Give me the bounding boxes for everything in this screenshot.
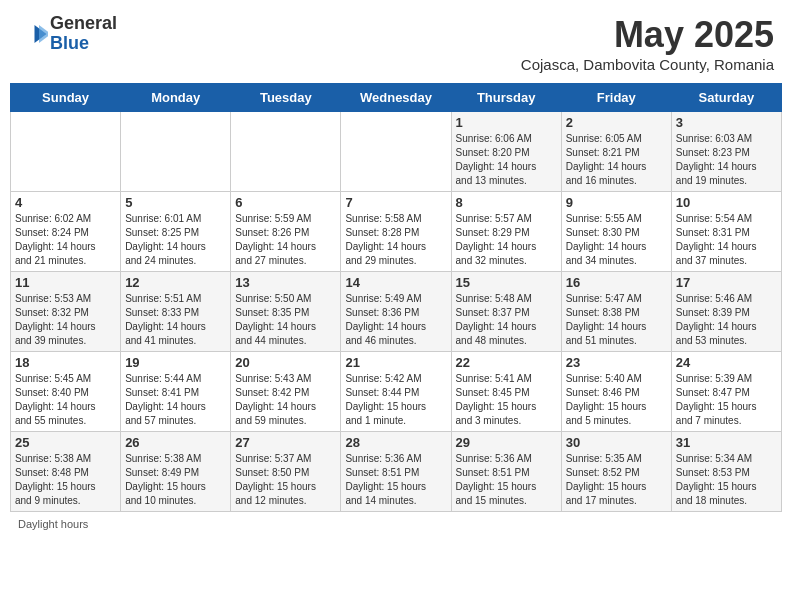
calendar-cell: 14Sunrise: 5:49 AM Sunset: 8:36 PM Dayli… — [341, 272, 451, 352]
calendar-week-row: 18Sunrise: 5:45 AM Sunset: 8:40 PM Dayli… — [11, 352, 782, 432]
location-subtitle: Cojasca, Dambovita County, Romania — [521, 56, 774, 73]
calendar-cell: 13Sunrise: 5:50 AM Sunset: 8:35 PM Dayli… — [231, 272, 341, 352]
calendar-cell: 15Sunrise: 5:48 AM Sunset: 8:37 PM Dayli… — [451, 272, 561, 352]
day-number: 12 — [125, 275, 226, 290]
day-info: Sunrise: 6:02 AM Sunset: 8:24 PM Dayligh… — [15, 212, 116, 268]
day-info: Sunrise: 5:58 AM Sunset: 8:28 PM Dayligh… — [345, 212, 446, 268]
day-info: Sunrise: 5:47 AM Sunset: 8:38 PM Dayligh… — [566, 292, 667, 348]
day-number: 5 — [125, 195, 226, 210]
month-year-title: May 2025 — [521, 14, 774, 56]
day-info: Sunrise: 5:53 AM Sunset: 8:32 PM Dayligh… — [15, 292, 116, 348]
calendar-week-row: 11Sunrise: 5:53 AM Sunset: 8:32 PM Dayli… — [11, 272, 782, 352]
calendar-cell: 5Sunrise: 6:01 AM Sunset: 8:25 PM Daylig… — [121, 192, 231, 272]
day-number: 11 — [15, 275, 116, 290]
day-info: Sunrise: 5:44 AM Sunset: 8:41 PM Dayligh… — [125, 372, 226, 428]
day-info: Sunrise: 5:36 AM Sunset: 8:51 PM Dayligh… — [456, 452, 557, 508]
day-info: Sunrise: 5:34 AM Sunset: 8:53 PM Dayligh… — [676, 452, 777, 508]
day-number: 7 — [345, 195, 446, 210]
day-info: Sunrise: 5:36 AM Sunset: 8:51 PM Dayligh… — [345, 452, 446, 508]
col-header-tuesday: Tuesday — [231, 84, 341, 112]
day-info: Sunrise: 5:59 AM Sunset: 8:26 PM Dayligh… — [235, 212, 336, 268]
col-header-sunday: Sunday — [11, 84, 121, 112]
day-number: 9 — [566, 195, 667, 210]
day-number: 26 — [125, 435, 226, 450]
day-number: 19 — [125, 355, 226, 370]
calendar-cell: 31Sunrise: 5:34 AM Sunset: 8:53 PM Dayli… — [671, 432, 781, 512]
day-number: 16 — [566, 275, 667, 290]
day-number: 10 — [676, 195, 777, 210]
day-info: Sunrise: 5:50 AM Sunset: 8:35 PM Dayligh… — [235, 292, 336, 348]
calendar-cell: 23Sunrise: 5:40 AM Sunset: 8:46 PM Dayli… — [561, 352, 671, 432]
day-info: Sunrise: 5:46 AM Sunset: 8:39 PM Dayligh… — [676, 292, 777, 348]
day-info: Sunrise: 5:48 AM Sunset: 8:37 PM Dayligh… — [456, 292, 557, 348]
day-info: Sunrise: 5:54 AM Sunset: 8:31 PM Dayligh… — [676, 212, 777, 268]
day-number: 2 — [566, 115, 667, 130]
day-info: Sunrise: 6:05 AM Sunset: 8:21 PM Dayligh… — [566, 132, 667, 188]
calendar-cell: 24Sunrise: 5:39 AM Sunset: 8:47 PM Dayli… — [671, 352, 781, 432]
logo: General Blue — [18, 14, 117, 54]
calendar-cell — [121, 112, 231, 192]
day-info: Sunrise: 5:42 AM Sunset: 8:44 PM Dayligh… — [345, 372, 446, 428]
day-info: Sunrise: 5:55 AM Sunset: 8:30 PM Dayligh… — [566, 212, 667, 268]
calendar-cell: 25Sunrise: 5:38 AM Sunset: 8:48 PM Dayli… — [11, 432, 121, 512]
day-number: 20 — [235, 355, 336, 370]
day-number: 4 — [15, 195, 116, 210]
day-number: 25 — [15, 435, 116, 450]
day-number: 1 — [456, 115, 557, 130]
calendar-cell: 11Sunrise: 5:53 AM Sunset: 8:32 PM Dayli… — [11, 272, 121, 352]
calendar-cell: 26Sunrise: 5:38 AM Sunset: 8:49 PM Dayli… — [121, 432, 231, 512]
col-header-saturday: Saturday — [671, 84, 781, 112]
day-info: Sunrise: 5:41 AM Sunset: 8:45 PM Dayligh… — [456, 372, 557, 428]
day-info: Sunrise: 5:39 AM Sunset: 8:47 PM Dayligh… — [676, 372, 777, 428]
day-number: 17 — [676, 275, 777, 290]
day-info: Sunrise: 5:37 AM Sunset: 8:50 PM Dayligh… — [235, 452, 336, 508]
daylight-hours-label: Daylight hours — [18, 518, 88, 530]
calendar-cell: 8Sunrise: 5:57 AM Sunset: 8:29 PM Daylig… — [451, 192, 561, 272]
day-info: Sunrise: 5:43 AM Sunset: 8:42 PM Dayligh… — [235, 372, 336, 428]
day-number: 3 — [676, 115, 777, 130]
day-number: 14 — [345, 275, 446, 290]
day-number: 30 — [566, 435, 667, 450]
calendar-cell: 30Sunrise: 5:35 AM Sunset: 8:52 PM Dayli… — [561, 432, 671, 512]
calendar-cell: 7Sunrise: 5:58 AM Sunset: 8:28 PM Daylig… — [341, 192, 451, 272]
calendar-week-row: 1Sunrise: 6:06 AM Sunset: 8:20 PM Daylig… — [11, 112, 782, 192]
calendar-footer: Daylight hours — [10, 518, 782, 530]
calendar-cell: 22Sunrise: 5:41 AM Sunset: 8:45 PM Dayli… — [451, 352, 561, 432]
calendar-cell: 12Sunrise: 5:51 AM Sunset: 8:33 PM Dayli… — [121, 272, 231, 352]
day-number: 28 — [345, 435, 446, 450]
title-block: May 2025 Cojasca, Dambovita County, Roma… — [521, 14, 774, 73]
day-info: Sunrise: 5:38 AM Sunset: 8:49 PM Dayligh… — [125, 452, 226, 508]
day-info: Sunrise: 6:01 AM Sunset: 8:25 PM Dayligh… — [125, 212, 226, 268]
calendar-table: SundayMondayTuesdayWednesdayThursdayFrid… — [10, 83, 782, 512]
day-info: Sunrise: 6:06 AM Sunset: 8:20 PM Dayligh… — [456, 132, 557, 188]
calendar-cell: 6Sunrise: 5:59 AM Sunset: 8:26 PM Daylig… — [231, 192, 341, 272]
day-info: Sunrise: 5:38 AM Sunset: 8:48 PM Dayligh… — [15, 452, 116, 508]
logo-general-text: General — [50, 14, 117, 34]
day-number: 18 — [15, 355, 116, 370]
calendar-header-row: SundayMondayTuesdayWednesdayThursdayFrid… — [11, 84, 782, 112]
day-number: 6 — [235, 195, 336, 210]
calendar-cell: 2Sunrise: 6:05 AM Sunset: 8:21 PM Daylig… — [561, 112, 671, 192]
calendar-cell: 20Sunrise: 5:43 AM Sunset: 8:42 PM Dayli… — [231, 352, 341, 432]
day-info: Sunrise: 5:51 AM Sunset: 8:33 PM Dayligh… — [125, 292, 226, 348]
calendar-cell: 17Sunrise: 5:46 AM Sunset: 8:39 PM Dayli… — [671, 272, 781, 352]
day-number: 13 — [235, 275, 336, 290]
calendar-cell: 29Sunrise: 5:36 AM Sunset: 8:51 PM Dayli… — [451, 432, 561, 512]
logo-icon — [18, 19, 48, 49]
day-number: 31 — [676, 435, 777, 450]
day-info: Sunrise: 5:49 AM Sunset: 8:36 PM Dayligh… — [345, 292, 446, 348]
day-info: Sunrise: 6:03 AM Sunset: 8:23 PM Dayligh… — [676, 132, 777, 188]
calendar-cell: 10Sunrise: 5:54 AM Sunset: 8:31 PM Dayli… — [671, 192, 781, 272]
col-header-monday: Monday — [121, 84, 231, 112]
day-number: 29 — [456, 435, 557, 450]
day-number: 24 — [676, 355, 777, 370]
day-info: Sunrise: 5:35 AM Sunset: 8:52 PM Dayligh… — [566, 452, 667, 508]
calendar-cell: 21Sunrise: 5:42 AM Sunset: 8:44 PM Dayli… — [341, 352, 451, 432]
calendar-cell: 9Sunrise: 5:55 AM Sunset: 8:30 PM Daylig… — [561, 192, 671, 272]
day-info: Sunrise: 5:57 AM Sunset: 8:29 PM Dayligh… — [456, 212, 557, 268]
calendar-cell: 1Sunrise: 6:06 AM Sunset: 8:20 PM Daylig… — [451, 112, 561, 192]
calendar-cell: 27Sunrise: 5:37 AM Sunset: 8:50 PM Dayli… — [231, 432, 341, 512]
day-info: Sunrise: 5:40 AM Sunset: 8:46 PM Dayligh… — [566, 372, 667, 428]
logo-blue-text: Blue — [50, 34, 117, 54]
page-header: General Blue May 2025 Cojasca, Dambovita… — [10, 10, 782, 77]
